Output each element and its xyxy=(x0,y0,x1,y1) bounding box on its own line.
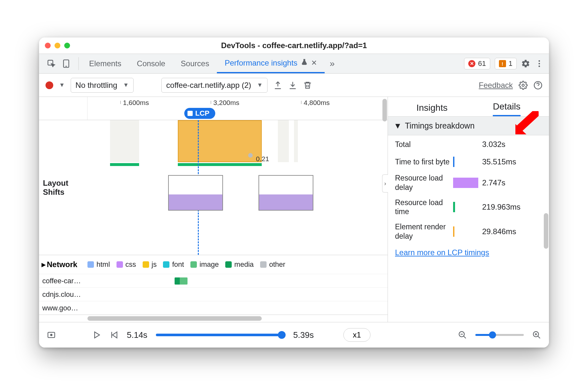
legend-swatch xyxy=(87,261,94,268)
shift-block[interactable] xyxy=(294,120,298,162)
warnings-badge[interactable]: ! 1 xyxy=(495,58,517,69)
shift-block[interactable] xyxy=(110,120,139,162)
horizontal-scrollbar[interactable] xyxy=(39,315,388,322)
current-time: 5.14s xyxy=(127,330,147,340)
close-tab-icon[interactable]: ✕ xyxy=(311,59,317,67)
network-row[interactable]: cdnjs.clou… xyxy=(39,287,388,301)
legend-label: html xyxy=(96,260,110,269)
devtools-window: DevTools - coffee-cart.netlify.app/?ad=1… xyxy=(39,37,549,348)
warning-icon: ! xyxy=(499,60,506,67)
play-button[interactable] xyxy=(92,330,101,339)
caret-down-icon: ▼ xyxy=(123,82,129,88)
svg-point-4 xyxy=(539,63,540,65)
legend-label: css xyxy=(126,260,136,269)
network-row[interactable]: coffee-car… xyxy=(39,274,388,287)
section-title: Timings breakdown xyxy=(405,121,475,130)
legend-swatch xyxy=(225,261,232,268)
export-icon[interactable] xyxy=(273,81,282,90)
screenshot-thumbnail[interactable] xyxy=(168,175,223,211)
playback-speed[interactable]: x1 xyxy=(343,328,370,342)
svg-point-3 xyxy=(539,60,540,62)
ruler-tick: 1,600ms xyxy=(123,99,149,107)
legend-item-font: font xyxy=(163,260,184,269)
total-time: 5.39s xyxy=(293,330,314,340)
target-select[interactable]: coffee-cart.netlify.app (2) ▼ xyxy=(161,78,268,93)
screenshot-thumbnail[interactable] xyxy=(259,175,313,211)
help-icon[interactable] xyxy=(533,81,542,90)
metric-bar xyxy=(453,201,482,213)
playback-bar: 5.14s 5.39s x1 xyxy=(39,322,549,348)
ruler-tick: 4,800ms xyxy=(304,99,330,107)
legend-item-css: css xyxy=(117,260,136,269)
legend-item-js: js xyxy=(143,260,157,269)
network-row-track xyxy=(87,274,388,287)
panel-tab-insights[interactable]: Insights xyxy=(416,103,448,116)
network-row-name: cdnjs.clou… xyxy=(39,290,87,299)
device-toolbar-icon[interactable] xyxy=(62,59,71,68)
legend-label: js xyxy=(152,260,157,269)
metric-bar xyxy=(453,156,482,168)
settings-icon[interactable] xyxy=(521,59,530,68)
tab-performance-insights[interactable]: Performance insights✕ xyxy=(217,54,324,73)
metric-bar xyxy=(453,139,482,150)
tab-label: Elements xyxy=(89,59,121,68)
preview-toggle-icon[interactable] xyxy=(47,330,56,339)
metric-label: Resource load delay xyxy=(395,173,453,192)
tab-elements[interactable]: Elements xyxy=(81,54,129,73)
import-icon[interactable] xyxy=(288,81,297,90)
close-window-button[interactable] xyxy=(45,43,51,48)
tab-label: Performance insights xyxy=(225,58,297,68)
network-toggle[interactable]: ▸ Network xyxy=(39,260,87,269)
feedback-link[interactable]: Feedback xyxy=(479,81,513,90)
tab-console[interactable]: Console xyxy=(129,54,173,73)
warnings-count: 1 xyxy=(509,59,512,68)
shift-block[interactable] xyxy=(278,120,289,162)
panel-settings-icon[interactable] xyxy=(519,81,528,90)
request-bar[interactable] xyxy=(175,277,188,285)
metric-row: Total3.032s xyxy=(395,139,542,150)
metric-value: 35.515ms xyxy=(482,157,516,166)
zoom-slider[interactable] xyxy=(475,334,524,336)
network-row-name: www.goo… xyxy=(39,304,87,312)
metric-row: Element render delay29.846ms xyxy=(395,222,542,241)
legend-label: font xyxy=(172,260,184,269)
layout-shifts-track[interactable]: 0.21 xyxy=(87,120,388,255)
timeline-panel: LCP 1,600ms3,200ms4,800ms Layout Shifts … xyxy=(39,97,388,322)
more-tabs-button[interactable]: » xyxy=(325,54,340,73)
svg-point-5 xyxy=(539,66,540,67)
timings-breakdown-header[interactable]: ▼ Timings breakdown xyxy=(388,116,549,135)
timeline-ruler[interactable]: LCP 1,600ms3,200ms4,800ms xyxy=(39,97,388,120)
cls-marker[interactable] xyxy=(248,153,253,158)
minimize-window-button[interactable] xyxy=(55,43,60,48)
kebab-menu-icon[interactable] xyxy=(535,59,544,68)
metric-row: Resource load time219.963ms xyxy=(395,198,542,217)
delete-icon[interactable] xyxy=(303,81,312,90)
collapse-panel-button[interactable]: › xyxy=(382,174,388,192)
record-button[interactable] xyxy=(46,81,53,89)
lcp-marker[interactable]: LCP xyxy=(184,108,215,119)
tab-label: Sources xyxy=(181,59,209,68)
vertical-scrollbar[interactable] xyxy=(543,97,549,322)
error-icon: ✕ xyxy=(468,60,475,67)
stop-square-icon xyxy=(188,111,193,116)
inspect-element-icon[interactable] xyxy=(47,59,56,68)
zoom-in-icon[interactable] xyxy=(532,330,541,339)
panel-tab-details[interactable]: Details xyxy=(493,101,521,116)
zoom-out-icon[interactable] xyxy=(458,330,467,339)
vertical-scrollbar[interactable] xyxy=(382,97,388,322)
timeline-scrubber[interactable] xyxy=(156,334,285,336)
maximize-window-button[interactable] xyxy=(64,43,70,48)
errors-badge[interactable]: ✕ 61 xyxy=(464,58,490,69)
learn-more-link[interactable]: Learn more on LCP timings xyxy=(395,248,489,257)
metric-label: Resource load time xyxy=(395,198,453,217)
legend-item-other: other xyxy=(260,260,285,269)
record-options-caret[interactable]: ▼ xyxy=(59,82,65,88)
network-legend: htmlcssjsfontimagemediaother xyxy=(87,260,285,269)
throttling-select[interactable]: No throttling ▼ xyxy=(71,78,134,93)
rewind-button[interactable] xyxy=(109,330,118,339)
metric-value: 29.846ms xyxy=(482,227,516,236)
titlebar: DevTools - coffee-cart.netlify.app/?ad=1 xyxy=(39,37,549,54)
network-row-name: coffee-car… xyxy=(39,277,87,285)
network-row[interactable]: www.goo… xyxy=(39,301,388,315)
tab-sources[interactable]: Sources xyxy=(173,54,217,73)
